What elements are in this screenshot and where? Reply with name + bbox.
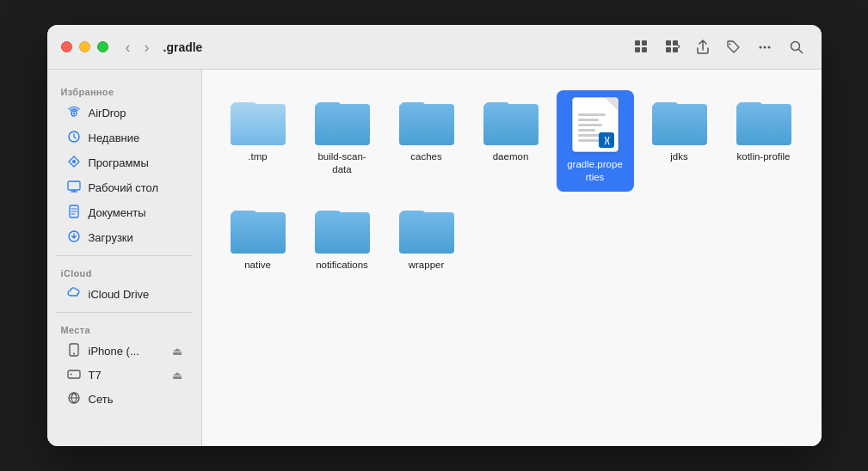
file-item-jdks[interactable]: jdks (641, 90, 718, 192)
sidebar: Избранное AirDrop (47, 70, 202, 446)
svg-rect-5 (673, 40, 678, 46)
file-label-notifications: notifications (316, 259, 368, 272)
sidebar-item-iphone[interactable]: iPhone (... ⏏ (52, 339, 196, 364)
nav-buttons: ‹ › (122, 38, 153, 57)
svg-point-14 (72, 113, 74, 114)
network-icon (66, 391, 82, 407)
sidebar-label-network: Сеть (89, 393, 114, 406)
folder-icon-build-scan-data (315, 97, 370, 145)
t7-icon (66, 368, 82, 382)
sidebar-label-downloads: Загрузки (89, 231, 133, 244)
share-icon (696, 40, 710, 55)
documents-icon (66, 205, 82, 221)
sidebar-item-documents[interactable]: Документы (52, 200, 196, 225)
file-item-build-scan-data[interactable]: build-scan-data (304, 90, 381, 192)
more-button[interactable] (753, 36, 777, 58)
sidebar-label-documents: Документы (89, 206, 146, 219)
search-icon (789, 40, 804, 55)
file-item-gradle-properties[interactable]: ⟩⟨ gradle.properties (557, 90, 634, 192)
sidebar-label-recents: Недавние (89, 132, 140, 144)
folder-icon-notifications (315, 205, 370, 254)
sort-button[interactable] (662, 36, 684, 58)
svg-point-21 (73, 353, 75, 355)
apps-icon (66, 155, 82, 171)
maximize-button[interactable] (97, 41, 108, 52)
sidebar-label-icloud: iCloud Drive (89, 288, 150, 301)
svg-point-8 (729, 43, 730, 45)
folder-icon-caches (399, 97, 454, 145)
svg-rect-2 (635, 47, 640, 52)
sidebar-label-airdrop: AirDrop (89, 107, 126, 119)
file-item-wrapper[interactable]: wrapper (388, 199, 465, 278)
sidebar-label-iphone: iPhone (... (89, 345, 139, 358)
grid-icon (634, 40, 649, 55)
sidebar-divider-1 (56, 255, 193, 256)
sidebar-item-recents[interactable]: Недавние (52, 125, 196, 150)
file-label-wrapper: wrapper (409, 259, 445, 272)
t7-eject[interactable]: ⏏ (172, 369, 182, 382)
file-item-notifications[interactable]: notifications (304, 199, 381, 278)
doc-icon-gradle-properties: ⟩⟨ (572, 97, 619, 152)
svg-point-11 (767, 46, 770, 48)
svg-rect-6 (666, 47, 671, 52)
places-section-label: Места (47, 318, 201, 339)
sidebar-label-apps: Программы (89, 156, 149, 169)
traffic-lights (61, 41, 108, 52)
vscode-badge: ⟩⟨ (599, 132, 614, 148)
file-label-tmp: .tmp (248, 150, 267, 163)
view-grid-button[interactable] (631, 36, 653, 58)
sidebar-divider-2 (56, 312, 193, 313)
sidebar-item-desktop[interactable]: Рабочий стол (52, 175, 196, 200)
tag-button[interactable] (722, 36, 744, 58)
svg-point-9 (759, 46, 761, 48)
file-item-kotlin-profile[interactable]: kotlin-profile (725, 90, 803, 192)
iphone-icon (66, 343, 82, 359)
toolbar-right (631, 36, 808, 58)
file-item-caches[interactable]: caches (388, 90, 465, 192)
file-label-native: native (244, 259, 271, 272)
file-label-daemon: daemon (493, 150, 529, 163)
file-label-build-scan-data: build-scan-data (309, 150, 376, 176)
airdrop-icon (66, 105, 82, 121)
sidebar-item-network[interactable]: Сеть (52, 387, 196, 412)
sidebar-label-desktop: Рабочий стол (89, 181, 159, 194)
share-button[interactable] (693, 36, 713, 58)
file-item-tmp[interactable]: .tmp (219, 90, 297, 192)
svg-rect-7 (673, 47, 678, 52)
folder-icon-tmp (231, 97, 286, 145)
search-button[interactable] (785, 36, 808, 58)
svg-rect-17 (68, 181, 80, 190)
sidebar-item-downloads[interactable]: Загрузки (52, 225, 196, 250)
sidebar-item-apps[interactable]: Программы (52, 150, 196, 175)
sort-icon (665, 40, 680, 55)
svg-rect-22 (68, 370, 80, 378)
icloud-section-label: iCloud (47, 261, 201, 282)
file-item-daemon[interactable]: daemon (472, 90, 550, 192)
desktop-icon (66, 180, 82, 196)
svg-rect-4 (666, 40, 671, 46)
folder-icon-daemon (483, 97, 539, 145)
sidebar-item-airdrop[interactable]: AirDrop (52, 101, 196, 125)
sidebar-item-icloud-drive[interactable]: iCloud Drive (52, 282, 196, 307)
sidebar-item-t7[interactable]: T7 ⏏ (52, 364, 196, 387)
sidebar-label-t7: T7 (89, 369, 102, 382)
back-button[interactable]: ‹ (122, 38, 134, 57)
svg-rect-1 (642, 40, 647, 46)
svg-rect-3 (642, 47, 647, 52)
tag-icon (725, 40, 741, 55)
file-grid: .tmp build-scan-data caches (219, 90, 804, 278)
svg-point-16 (72, 160, 76, 163)
file-label-caches: caches (410, 150, 441, 163)
path-label: .gradle (163, 40, 203, 54)
svg-point-10 (763, 46, 766, 48)
close-button[interactable] (61, 41, 72, 52)
folder-icon-kotlin-profile (736, 97, 791, 145)
downloads-icon (66, 229, 82, 246)
icloud-drive-icon (66, 286, 82, 303)
iphone-eject[interactable]: ⏏ (172, 345, 182, 358)
main-content: .tmp build-scan-data caches (202, 70, 822, 446)
forward-button[interactable]: › (141, 38, 153, 57)
content-area: Избранное AirDrop (47, 70, 822, 446)
file-item-native[interactable]: native (219, 199, 297, 278)
minimize-button[interactable] (79, 41, 90, 52)
